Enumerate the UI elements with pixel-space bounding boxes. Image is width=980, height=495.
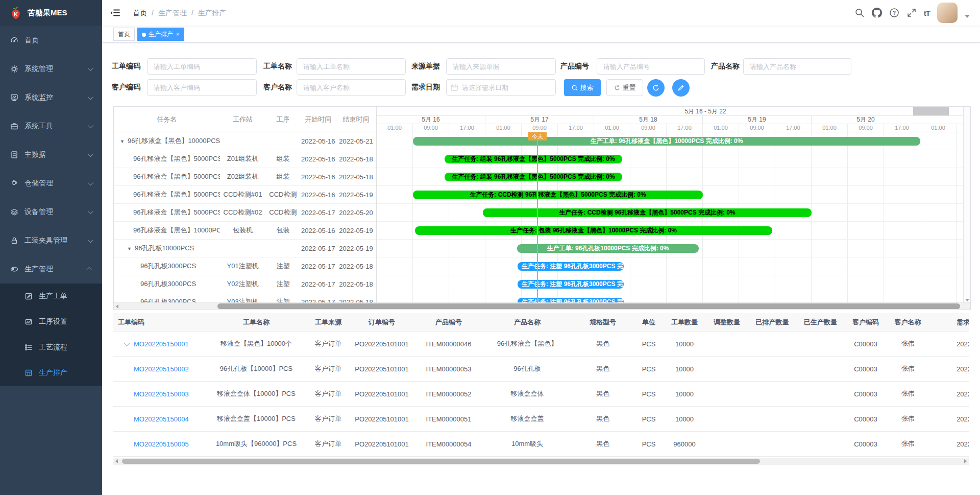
- collapse-caret-icon[interactable]: ▼: [127, 246, 132, 251]
- gantt-bar-order[interactable]: 生产工单: 96孔孔板10000PCS 完成比例: 0%: [517, 244, 699, 253]
- sidebar-item-system-mgmt[interactable]: 系统管理: [0, 55, 102, 83]
- gantt-horizontal-scrollbar[interactable]: [114, 302, 970, 310]
- gantt-bar-task[interactable]: 生产任务: 包装 96孔移液盒【黑色】10000PCS 完成比例: 0%: [415, 226, 772, 235]
- customer-name-input[interactable]: [297, 79, 406, 96]
- github-icon[interactable]: [872, 8, 882, 18]
- gantt-vertical-scrollbar[interactable]: [963, 107, 970, 303]
- sidebar-item-equipment-mgmt[interactable]: 设备管理: [0, 198, 102, 226]
- hour-label: 17:00: [775, 124, 812, 132]
- wo-code-link[interactable]: MO202205150003: [134, 390, 189, 398]
- gantt-bar-task-selected[interactable]: 生产任务: 注塑 96孔孔板3000PCS 完成比例: 0%: [518, 262, 624, 271]
- product-name-input[interactable]: [743, 58, 851, 75]
- wo-code-link[interactable]: MO202205150005: [134, 440, 189, 448]
- avatar[interactable]: [937, 3, 958, 23]
- table-row[interactable]: MO202205150005 10mm吸头【960000】PCS 客户订单 PO…: [113, 432, 969, 457]
- hour-label: 01:00: [703, 124, 739, 132]
- scroll-left-icon[interactable]: [116, 304, 118, 309]
- sidebar-item-system-tools[interactable]: 系统工具: [0, 112, 102, 140]
- col-task-name: 任务名: [114, 115, 220, 124]
- week-range-label: 5月 16 - 5月 22: [654, 107, 756, 116]
- scroll-right-icon[interactable]: [964, 459, 967, 463]
- gantt-row[interactable]: 96孔孔板3000PCS Y02注塑机注塑 2022-05-172022-05-…: [114, 275, 376, 293]
- wo-code-link[interactable]: MO202205150002: [134, 365, 189, 373]
- search-button[interactable]: 搜索: [564, 79, 601, 96]
- submenu-item-process-flow[interactable]: 工艺流程: [0, 335, 102, 360]
- table-horizontal-scrollbar[interactable]: [113, 458, 969, 465]
- svg-text:K: K: [14, 11, 18, 17]
- table-row[interactable]: MO202205150004 移液盒盒盖【10000】PCS 客户订单 PO20…: [113, 407, 969, 432]
- gantt-bar-task[interactable]: 生产任务: CCD检测 96孔移液盒【黑色】5000PCS 完成比例: 0%: [483, 208, 812, 217]
- chevron-down-icon: [88, 65, 93, 71]
- fullscreen-icon[interactable]: [906, 8, 917, 18]
- gantt-row[interactable]: 96孔移液盒【黑色】5000PCS Z01组装机组装 2022-05-16202…: [114, 150, 376, 168]
- gantt-row[interactable]: 96孔移液盒【黑色】5000PCS CCD检测#02CCD检测 2022-05-…: [114, 204, 376, 222]
- refresh-icon: [614, 85, 620, 91]
- sidebar-collapse-icon[interactable]: [110, 8, 120, 18]
- filter-wo-name: 工单名称: [263, 58, 406, 75]
- scroll-down-icon[interactable]: [965, 299, 969, 301]
- gantt-bar-order[interactable]: 生产工单: 96孔移液盒【黑色】10000PCS 完成比例: 0%: [413, 137, 920, 146]
- gantt-row[interactable]: 96孔移液盒【黑色】10000PCS 包装机包装 2022-05-162022-…: [114, 222, 376, 240]
- hour-label: 01:00: [920, 124, 957, 132]
- gantt-bar-task-selected[interactable]: 生产任务: 注塑 96孔孔板3000PCS 完成比例: 0%: [518, 280, 624, 289]
- table-row[interactable]: MO202205150003 移液盒盒体【10000】PCS 客户订单 PO20…: [113, 382, 969, 407]
- sidebar-item-fixture-mgmt[interactable]: 工装夹具管理: [0, 226, 102, 255]
- font-size-icon[interactable]: tT: [924, 9, 930, 17]
- reset-button[interactable]: 重置: [606, 79, 643, 96]
- table-row[interactable]: MO202205150001 移液盒【黑色】10000个 客户订单 PO2022…: [113, 332, 969, 357]
- sidebar-item-warehouse-mgmt[interactable]: 仓储管理: [0, 169, 102, 198]
- wo-code-link[interactable]: MO202205150004: [134, 415, 189, 423]
- close-icon[interactable]: ×: [176, 31, 179, 37]
- col-process: 工序: [265, 115, 300, 124]
- breadcrumb-production-mgmt[interactable]: 生产管理: [158, 9, 187, 18]
- tab-home[interactable]: 首页: [113, 28, 135, 41]
- active-tab-dot: [142, 33, 146, 37]
- submenu-item-label: 工艺流程: [39, 343, 67, 352]
- refresh-gantt-button[interactable]: [647, 79, 665, 97]
- wo-code-input[interactable]: [147, 58, 257, 75]
- sidebar-item-master-data[interactable]: 主数据: [0, 140, 102, 169]
- source-doc-input[interactable]: [446, 58, 556, 75]
- scrollbar-thumb[interactable]: [217, 303, 960, 309]
- gantt-bar-task[interactable]: 生产任务: 组装 96孔移液盒【黑色】5000PCS 完成比例: 0%: [445, 173, 622, 181]
- search-icon[interactable]: [854, 8, 865, 18]
- sidebar-item-label: 设备管理: [24, 207, 88, 217]
- customer-code-input[interactable]: [147, 79, 257, 96]
- gantt-bar-task[interactable]: 生产任务: CCD检测 96孔移液盒【黑色】5000PCS 完成比例: 0%: [413, 191, 703, 199]
- sidebar-item-production-mgmt[interactable]: 生产管理: [0, 255, 102, 284]
- submenu-item-process-settings[interactable]: 工序设置: [0, 309, 102, 335]
- collapse-caret-icon[interactable]: ▼: [120, 139, 125, 144]
- expand-caret-icon[interactable]: [124, 340, 130, 346]
- table-row[interactable]: MO202205150002 96孔孔板【10000】PCS 客户订单 PO20…: [113, 357, 969, 382]
- breadcrumb-current: 生产排产: [198, 9, 227, 18]
- gantt-bar-task[interactable]: 生产任务: 组装 96孔移液盒【黑色】5000PCS 完成比例: 0%: [445, 155, 622, 163]
- gantt-row[interactable]: 96孔孔板3000PCS Y01注塑机注塑 2022-05-172022-05-…: [114, 257, 376, 275]
- scrollbar-thumb[interactable]: [122, 459, 760, 464]
- app-logo[interactable]: K 苦糖果MES: [0, 0, 102, 26]
- tab-production-scheduling[interactable]: 生产排产×: [137, 28, 184, 41]
- breadcrumb-home[interactable]: 首页: [133, 9, 147, 18]
- sidebar-item-label: 仓储管理: [24, 179, 88, 188]
- tabs-bar: 首页 生产排产×: [102, 26, 980, 43]
- chevron-down-icon: [88, 94, 93, 100]
- sidebar-item-home[interactable]: 首页: [0, 26, 102, 55]
- user-menu-caret-icon[interactable]: [965, 15, 970, 18]
- submenu-item-production-scheduling[interactable]: 生产排产: [0, 360, 102, 386]
- gantt-row[interactable]: 96孔孔板3000PCS Y03注塑机注塑 2022-05-172022-05-…: [114, 293, 376, 303]
- product-code-input[interactable]: [597, 58, 705, 75]
- gantt-week-row: 5月 16 - 5月 22: [377, 107, 964, 116]
- sidebar-item-system-monitor[interactable]: 系统监控: [0, 83, 102, 112]
- wo-name-input[interactable]: [297, 58, 406, 75]
- scroll-left-icon[interactable]: [115, 459, 118, 463]
- gantt-row[interactable]: 96孔移液盒【黑色】5000PCS CCD检测#01CCD检测 2022-05-…: [114, 186, 376, 204]
- submenu-item-production-order[interactable]: 生产工单: [0, 284, 102, 309]
- gantt-row[interactable]: ▼96孔移液盒【黑色】10000PCS 2022-05-162022-05-21: [114, 132, 376, 150]
- demand-date-input[interactable]: [446, 79, 556, 96]
- sidebar: K 苦糖果MES 首页 系统管理 系统监控 系统工具: [0, 0, 102, 495]
- help-icon[interactable]: ?: [889, 8, 899, 18]
- gantt-row[interactable]: ▼96孔孔板10000PCS 2022-05-172022-05-19: [114, 240, 376, 257]
- edit-schedule-button[interactable]: [672, 79, 690, 97]
- gantt-row[interactable]: 96孔移液盒【黑色】5000PCS Z02组装机组装 2022-05-16202…: [114, 168, 376, 186]
- wo-code-link[interactable]: MO202205150001: [134, 340, 189, 348]
- hour-label: 17:00: [884, 124, 920, 132]
